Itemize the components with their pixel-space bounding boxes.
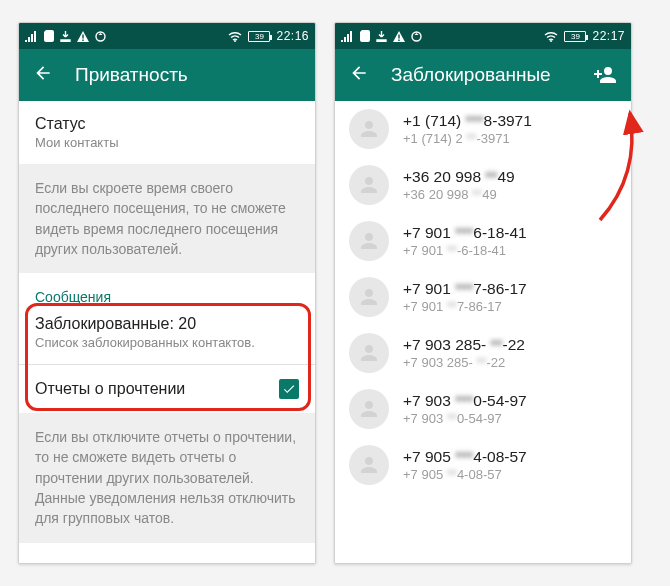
sync-icon bbox=[95, 31, 106, 42]
download-icon bbox=[376, 31, 387, 42]
contact-number: +7 901 ***6-18-41 bbox=[403, 224, 527, 242]
svg-point-1 bbox=[234, 40, 236, 42]
contact-number-sub: +7 903 **0-54-97 bbox=[403, 411, 527, 426]
blocked-sub: Список заблокированных контактов. bbox=[35, 335, 299, 350]
clock: 22:17 bbox=[592, 29, 625, 43]
back-icon[interactable] bbox=[33, 63, 53, 87]
checkbox-checked[interactable] bbox=[279, 379, 299, 399]
contact-number: +36 20 998 **49 bbox=[403, 168, 515, 186]
statusbar: 39 22:16 bbox=[19, 23, 315, 49]
contact-number-sub: +7 901 **7-86-17 bbox=[403, 299, 527, 314]
contact-number: +7 905 ***4-08-57 bbox=[403, 448, 527, 466]
warning-icon bbox=[393, 31, 405, 42]
contact-number-sub: +7 903 285- **-22 bbox=[403, 355, 525, 370]
avatar bbox=[349, 445, 389, 485]
avatar bbox=[349, 221, 389, 261]
download-icon bbox=[60, 31, 71, 42]
avatar bbox=[349, 333, 389, 373]
read-receipts-row[interactable]: Отчеты о прочтении bbox=[19, 365, 315, 413]
sim-icon bbox=[44, 30, 54, 42]
info-read-receipts: Если вы отключите отчеты о прочтении, то… bbox=[19, 413, 315, 542]
page-title: Приватность bbox=[75, 64, 301, 86]
status-row[interactable]: Статус Мои контакты bbox=[19, 101, 315, 164]
contact-row[interactable]: +7 901 ***7-86-17+7 901 **7-86-17 bbox=[335, 269, 631, 325]
battery-icon: 39 bbox=[564, 31, 586, 42]
phone-privacy: 39 22:16 Приватность Статус Мои контакты… bbox=[18, 22, 316, 564]
read-receipts-label: Отчеты о прочтении bbox=[35, 380, 185, 398]
add-person-icon[interactable] bbox=[593, 63, 617, 87]
status-label: Статус bbox=[35, 115, 299, 133]
signal-icon bbox=[341, 31, 354, 42]
sim-icon bbox=[360, 30, 370, 42]
avatar bbox=[349, 277, 389, 317]
contact-number: +1 (714) ***8-3971 bbox=[403, 112, 532, 130]
wifi-icon bbox=[228, 31, 242, 42]
contact-row[interactable]: +1 (714) ***8-3971+1 (714) 2 **-3971 bbox=[335, 101, 631, 157]
blocked-label: Заблокированные: 20 bbox=[35, 315, 299, 333]
sync-icon bbox=[411, 31, 422, 42]
contact-number-sub: +36 20 998 **49 bbox=[403, 187, 515, 202]
avatar bbox=[349, 389, 389, 429]
back-icon[interactable] bbox=[349, 63, 369, 87]
contact-row[interactable]: +7 901 ***6-18-41+7 901 **-6-18-41 bbox=[335, 213, 631, 269]
info-last-seen: Если вы скроете время своего последнего … bbox=[19, 164, 315, 273]
page-title: Заблокированные bbox=[391, 64, 571, 86]
phone-blocked: 39 22:17 Заблокированные +1 (714) ***8-3… bbox=[334, 22, 632, 564]
messages-heading: Сообщения bbox=[35, 289, 299, 305]
contact-row[interactable]: +36 20 998 **49+36 20 998 **49 bbox=[335, 157, 631, 213]
content: Статус Мои контакты Если вы скроете врем… bbox=[19, 101, 315, 563]
contact-number-sub: +7 901 **-6-18-41 bbox=[403, 243, 527, 258]
warning-icon bbox=[77, 31, 89, 42]
svg-point-3 bbox=[550, 40, 552, 42]
appbar: Приватность bbox=[19, 49, 315, 101]
contact-row[interactable]: +7 903 ***0-54-97+7 903 **0-54-97 bbox=[335, 381, 631, 437]
clock: 22:16 bbox=[276, 29, 309, 43]
battery-icon: 39 bbox=[248, 31, 270, 42]
status-value: Мои контакты bbox=[35, 135, 299, 150]
contact-number: +7 903 285- **-22 bbox=[403, 336, 525, 354]
avatar bbox=[349, 109, 389, 149]
messages-section[interactable]: Сообщения Заблокированные: 20 Список заб… bbox=[19, 273, 315, 364]
contact-number-sub: +7 905 **4-08-57 bbox=[403, 467, 527, 482]
contact-number: +7 903 ***0-54-97 bbox=[403, 392, 527, 410]
contact-row[interactable]: +7 905 ***4-08-57+7 905 **4-08-57 bbox=[335, 437, 631, 493]
contact-row[interactable]: +7 903 285- **-22+7 903 285- **-22 bbox=[335, 325, 631, 381]
contact-number: +7 901 ***7-86-17 bbox=[403, 280, 527, 298]
avatar bbox=[349, 165, 389, 205]
contacts-list[interactable]: +1 (714) ***8-3971+1 (714) 2 **-3971+36 … bbox=[335, 101, 631, 563]
appbar: Заблокированные bbox=[335, 49, 631, 101]
signal-icon bbox=[25, 31, 38, 42]
statusbar: 39 22:17 bbox=[335, 23, 631, 49]
contact-number-sub: +1 (714) 2 **-3971 bbox=[403, 131, 532, 146]
wifi-icon bbox=[544, 31, 558, 42]
